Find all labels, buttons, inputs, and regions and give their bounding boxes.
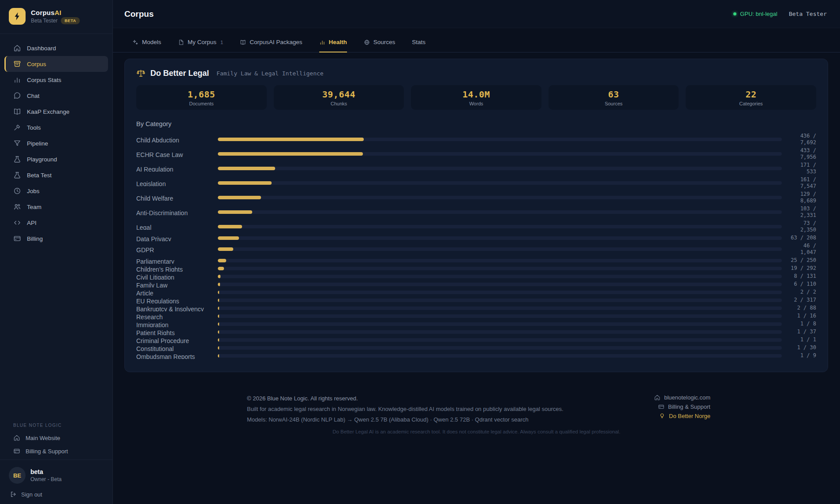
home-icon — [654, 394, 661, 401]
category-label: Legislation — [136, 180, 218, 186]
category-bar-track — [218, 283, 782, 286]
category-bar-track — [218, 259, 782, 262]
category-bar-track — [218, 338, 782, 342]
sidebar-item-corpus[interactable]: Corpus — [4, 56, 108, 72]
category-value: 63 / 208 — [789, 235, 816, 241]
tab-sources[interactable]: Sources — [364, 39, 396, 52]
tab-my-corpus[interactable]: My Corpus1 — [178, 39, 224, 52]
sidebar-item-label: KaaP Exchange — [27, 108, 70, 115]
user-profile[interactable]: BE beta Owner - Beta — [0, 462, 112, 486]
category-value: 1 / 16 — [789, 313, 816, 319]
sidebar-item-dashboard[interactable]: Dashboard — [0, 40, 112, 56]
org-section-label: BLUE NOTE LOGIC — [0, 423, 112, 431]
category-bar-fill — [218, 152, 363, 156]
category-value: 73 / 2,350 — [789, 220, 816, 233]
category-bar-fill — [218, 291, 219, 294]
footer-disclaimer: Do Better Legal AI is an academic resear… — [113, 429, 840, 434]
category-label: Anti-Discrimination — [136, 209, 218, 215]
footer-link-do-better-norge[interactable]: Do Better Norge — [659, 413, 710, 419]
book-icon — [240, 39, 246, 45]
sidebar-item-kaap-exchange[interactable]: KaaP Exchange — [0, 104, 112, 119]
footer-link-billing-support[interactable]: Billing & Support — [658, 403, 710, 410]
category-bar-fill — [218, 306, 219, 310]
category-value: 2 / 317 — [789, 297, 816, 303]
category-label: Parliamentary — [136, 258, 218, 264]
category-row-ai-regulation: AI Regulation171 / 533 — [136, 162, 816, 175]
sidebar-item-beta-test[interactable]: Beta Test — [0, 167, 112, 183]
category-value: 2 / 2 — [789, 289, 816, 295]
sidebar-item-label: Jobs — [27, 188, 40, 194]
category-row-bankruptcy-insolvency: Bankruptcy & Insolvency2 / 88 — [136, 305, 816, 311]
bulb-icon — [659, 413, 665, 419]
category-bar-track — [218, 306, 782, 310]
sidebar-item-api[interactable]: API — [0, 215, 112, 231]
org-link-billing-support[interactable]: Billing & Support — [0, 444, 112, 458]
tab-models[interactable]: Models — [132, 39, 161, 52]
category-bar-track — [218, 167, 782, 170]
category-label: Family Law — [136, 281, 218, 287]
category-value: 103 / 2,331 — [789, 205, 816, 219]
stat-value: 14.0M — [463, 89, 490, 100]
category-row-civil-litigation: Civil Litigation8 / 131 — [136, 273, 816, 280]
category-value: 8 / 131 — [789, 273, 816, 280]
tab-stats[interactable]: Stats — [412, 39, 426, 52]
category-bar-fill — [218, 259, 226, 262]
sidebar-item-chat[interactable]: Chat — [0, 88, 112, 104]
org-link-main-website[interactable]: Main Website — [0, 431, 112, 444]
users-icon — [13, 203, 21, 211]
sidebar-item-playground[interactable]: Playground — [0, 151, 112, 167]
sidebar-item-team[interactable]: Team — [0, 199, 112, 215]
sidebar-item-jobs[interactable]: Jobs — [0, 183, 112, 199]
flask-icon — [13, 155, 21, 163]
card-icon — [13, 235, 21, 243]
footer-link-bluenotelogic-com[interactable]: bluenotelogic.com — [654, 394, 710, 401]
category-row-immigration: Immigration1 / 8 — [136, 321, 816, 327]
sidebar-item-label: Chat — [27, 93, 40, 99]
card-icon — [13, 448, 20, 455]
beta-badge: BETA — [61, 17, 79, 24]
sidebar-item-corpus-stats[interactable]: Corpus Stats — [0, 72, 112, 88]
gpu-status: GPU: bnl-legal — [733, 11, 777, 17]
category-row-article: Article2 / 2 — [136, 289, 816, 295]
stat-card-chunks: 39,644Chunks — [274, 85, 404, 110]
category-bar-fill — [218, 299, 219, 302]
category-row-anti-discrimination: Anti-Discrimination103 / 2,331 — [136, 205, 816, 219]
sidebar-item-label: Beta Test — [27, 172, 52, 179]
tab-health[interactable]: Health — [319, 39, 347, 52]
category-row-parliamentary: Parliamentary25 / 250 — [136, 257, 816, 264]
category-row-legislation: Legislation161 / 7,547 — [136, 176, 816, 190]
category-row-gdpr: GDPR46 / 1,047 — [136, 243, 816, 256]
category-value: 2 / 88 — [789, 305, 816, 311]
sparkles-icon — [132, 39, 138, 45]
corpus-health-panel: Do Better Legal Family Law & Legal Intel… — [124, 59, 828, 372]
category-row-constitutional: Constitutional1 / 30 — [136, 344, 816, 351]
sidebar-item-label: Team — [27, 204, 41, 210]
stat-value: 22 — [746, 89, 757, 100]
category-row-family-law: Family Law6 / 110 — [136, 281, 816, 287]
category-bar-list: Child Abduction436 / 7,692ECHR Case Law4… — [136, 133, 816, 359]
category-label: Child Welfare — [136, 194, 218, 201]
category-bar-fill — [218, 196, 261, 199]
tab-corpusai-packages[interactable]: CorpusAI Packages — [240, 39, 302, 52]
category-bar-fill — [218, 330, 219, 334]
category-bar-fill — [218, 322, 219, 326]
tab-label: Health — [329, 39, 347, 45]
category-bar-track — [218, 138, 782, 141]
brand[interactable]: CorpusAI Beta Tester BETA — [0, 0, 112, 32]
sidebar-item-pipeline[interactable]: Pipeline — [0, 135, 112, 151]
sign-out-button[interactable]: Sign out — [0, 486, 112, 499]
sidebar-divider — [0, 459, 112, 460]
category-label: Child Abduction — [136, 136, 218, 142]
topbar: Corpus GPU: bnl-legal Beta Tester — [113, 0, 840, 28]
sidebar-item-tools[interactable]: Tools — [0, 119, 112, 135]
category-label: Ombudsman Reports — [136, 353, 218, 359]
tab-label: Stats — [412, 39, 426, 45]
category-bar-track — [218, 299, 782, 302]
funnel-icon — [13, 139, 21, 147]
avatar: BE — [9, 467, 26, 484]
category-label: AI Regulation — [136, 165, 218, 172]
sidebar-item-billing[interactable]: Billing — [0, 231, 112, 246]
tools-icon — [13, 123, 21, 131]
category-label: Immigration — [136, 321, 218, 327]
file-icon — [178, 39, 184, 45]
